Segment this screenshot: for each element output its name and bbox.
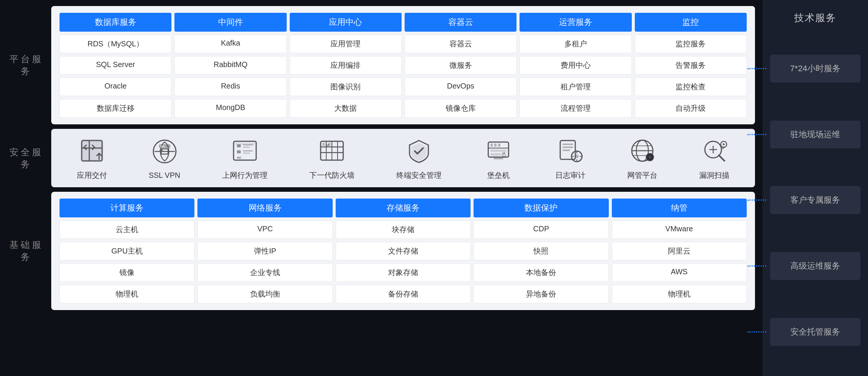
security-item-app-delivery: 应用交付 (77, 136, 107, 180)
sidebar-title: 技术服务 (770, 11, 860, 24)
platform-header-appcenter: 应用中心 (290, 13, 402, 32)
left-area: 平台服务 数据库服务 中间件 应用中心 容器云 运营服务 监控 RDS（MySQ… (0, 0, 763, 376)
app-delivery-icon (77, 136, 107, 166)
svg-rect-0 (81, 139, 103, 162)
list-item: 数据库迁移 (60, 99, 171, 118)
platform-data-rows: RDS（MySQL） Kafka 应用管理 容器云 多租户 监控服务 SQL S… (60, 35, 747, 118)
platform-header-container: 容器云 (405, 13, 517, 32)
sidebar-item-onsite[interactable]: 驻地现场运维 (770, 121, 860, 148)
list-item: 租户管理 (520, 78, 631, 96)
list-item: RabbitMQ (174, 56, 286, 75)
svg-rect-31 (491, 144, 493, 147)
security-label-app-delivery: 应用交付 (77, 170, 107, 180)
security-label-internet-behavior: 上网行为管理 (222, 170, 267, 180)
sidebar-item-dedicated[interactable]: 客户专属服务 (770, 186, 860, 214)
infra-section: 基础服务 计算服务 网络服务 存储服务 数据保护 纳管 云主机 VPC 块存储 (8, 192, 755, 310)
platform-header-ops: 运营服务 (520, 13, 631, 32)
sidebar-items: 7*24小时服务 驻地现场运维 客户专属服务 高级运维服务 安全托管服务 (770, 36, 860, 365)
vuln-scan-icon (699, 136, 729, 166)
sidebar-item-security-hosting[interactable]: 安全托管服务 (770, 318, 860, 346)
platform-header-row: 数据库服务 中间件 应用中心 容器云 运营服务 监控 (60, 13, 747, 32)
list-item: 云主机 (60, 220, 194, 239)
list-item: VMware (612, 220, 747, 239)
list-item: 费用中心 (520, 56, 631, 75)
infra-header-row: 计算服务 网络服务 存储服务 数据保护 纳管 (60, 199, 747, 217)
security-label: 安全服务 (8, 146, 45, 170)
security-item-network-mgmt: 网管平台 (627, 136, 657, 180)
security-label-bastion: 堡垒机 (487, 170, 510, 180)
platform-section: 平台服务 数据库服务 中间件 应用中心 容器云 运营服务 监控 RDS（MySQ… (8, 6, 755, 124)
bastion-icon (483, 136, 513, 166)
list-item: 镜像 (60, 263, 194, 282)
platform-content: 数据库服务 中间件 应用中心 容器云 运营服务 监控 RDS（MySQL） Ka… (51, 6, 755, 124)
svg-rect-32 (494, 144, 497, 147)
platform-label: 平台服务 (8, 53, 45, 77)
security-item-internet-behavior: AC 上网行为管理 (222, 136, 267, 180)
svg-rect-35 (491, 153, 501, 156)
list-item: AWS (612, 263, 747, 282)
svg-rect-16 (243, 150, 253, 151)
svg-rect-19 (235, 143, 255, 145)
list-item: 物理机 (60, 285, 194, 303)
security-item-bastion: 堡垒机 (483, 136, 513, 180)
table-row: Oracle Redis 图像识别 DevOps 租户管理 监控检查 (60, 78, 747, 96)
infra-data-rows: 云主机 VPC 块存储 CDP VMware GPU主机 弹性IP 文件存储 快… (60, 220, 747, 303)
security-label-ssl-vpn: SSL VPN (149, 171, 180, 180)
sidebar-item-advanced[interactable]: 高级运维服务 (770, 252, 860, 280)
network-mgmt-icon (627, 136, 657, 166)
security-label-log-audit: 日志审计 (555, 170, 585, 180)
list-item: GPU主机 (60, 242, 194, 260)
svg-text:AF: AF (326, 144, 330, 147)
list-item: CDP (474, 220, 608, 239)
list-item: 监控服务 (635, 35, 747, 53)
table-row: 物理机 负载均衡 备份存储 异地备份 物理机 (60, 285, 747, 303)
sidebar-item-label-onsite: 驻地现场运维 (790, 130, 840, 139)
list-item: 镜像仓库 (405, 99, 517, 118)
list-item: DevOps (405, 78, 517, 96)
security-icons-row: 应用交付 SSL VPN (60, 136, 747, 180)
infra-header-network: 网络服务 (197, 199, 332, 217)
sidebar-item-label-dedicated: 客户专属服务 (790, 195, 840, 205)
right-sidebar: 技术服务 7*24小时服务 驻地现场运维 客户专属服务 高级运维服务 安全托管服… (763, 0, 868, 376)
svg-rect-40 (562, 147, 573, 148)
list-item: 监控检查 (635, 78, 747, 96)
list-item: 异地备份 (474, 285, 608, 303)
list-item: 告警服务 (635, 56, 747, 75)
sidebar-item-label-advanced: 高级运维服务 (790, 261, 840, 271)
svg-text:SSL: SSL (160, 145, 165, 148)
list-item: MongDB (174, 99, 286, 118)
log-audit-icon (555, 136, 585, 166)
table-row: RDS（MySQL） Kafka 应用管理 容器云 多租户 监控服务 (60, 35, 747, 53)
connector-line-247 (747, 68, 766, 69)
list-item: SQL Server (60, 56, 171, 75)
list-item: 企业专线 (197, 263, 332, 282)
list-item: 备份存储 (336, 285, 471, 303)
svg-rect-37 (494, 157, 503, 159)
connector-line-security (747, 331, 766, 332)
list-item: 应用管理 (290, 35, 402, 53)
list-item: 自动升级 (635, 99, 747, 118)
svg-rect-15 (237, 150, 241, 153)
list-item: 物理机 (612, 285, 747, 303)
list-item: 弹性IP (197, 242, 332, 260)
sidebar-item-label-security: 安全托管服务 (790, 327, 840, 336)
list-item: VPC (197, 220, 332, 239)
list-item: 多租户 (520, 35, 631, 53)
sidebar-item-247[interactable]: 7*24小时服务 (770, 55, 860, 83)
security-item-endpoint: 终端安全管理 (396, 136, 442, 180)
table-row: 云主机 VPC 块存储 CDP VMware (60, 220, 747, 239)
internet-behavior-icon: AC (230, 136, 260, 166)
list-item: Kafka (174, 35, 286, 53)
list-item: RDS（MySQL） (60, 35, 171, 53)
security-item-vuln-scan: 漏洞扫描 (699, 136, 729, 180)
svg-rect-41 (562, 150, 570, 151)
svg-text:AC: AC (237, 156, 241, 159)
ssl-vpn-icon: SSL VPN (150, 136, 180, 167)
sidebar-item-label-247: 7*24小时服务 (790, 64, 840, 73)
security-label-vuln-scan: 漏洞扫描 (699, 170, 729, 180)
endpoint-security-icon (404, 136, 434, 166)
table-row: GPU主机 弹性IP 文件存储 快照 阿里云 (60, 242, 747, 260)
next-gen-firewall-icon: AF (317, 136, 347, 166)
full-layout: 平台服务 数据库服务 中间件 应用中心 容器云 运营服务 监控 RDS（MySQ… (0, 0, 868, 376)
security-item-ssl-vpn: SSL VPN SSL VPN (149, 136, 180, 180)
